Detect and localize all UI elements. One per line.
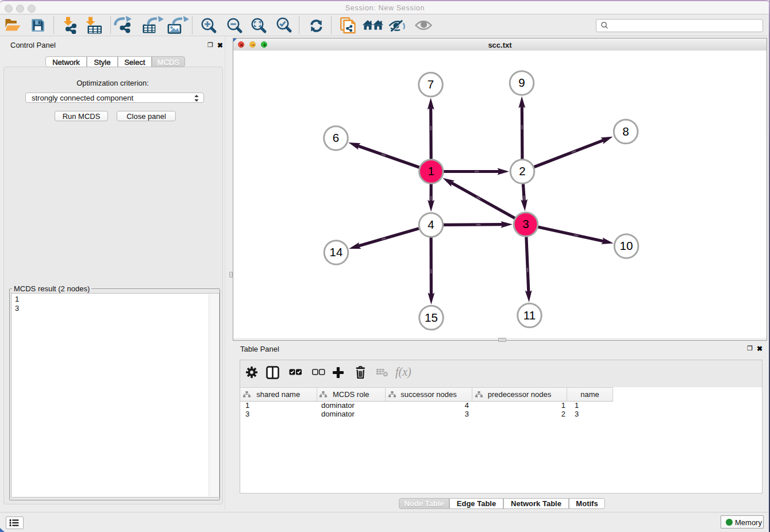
svg-text:14: 14 [330,245,343,259]
svg-text:4: 4 [428,218,434,231]
svg-text:15: 15 [425,311,438,324]
svg-text:2: 2 [519,164,525,178]
svg-text:11: 11 [523,309,536,322]
svg-text:7: 7 [428,78,434,91]
svg-text:1: 1 [428,164,434,178]
svg-text:9: 9 [518,76,525,89]
svg-text:6: 6 [333,131,339,144]
svg-text:3: 3 [522,217,529,230]
svg-text:8: 8 [622,125,629,138]
svg-text:10: 10 [620,239,633,252]
